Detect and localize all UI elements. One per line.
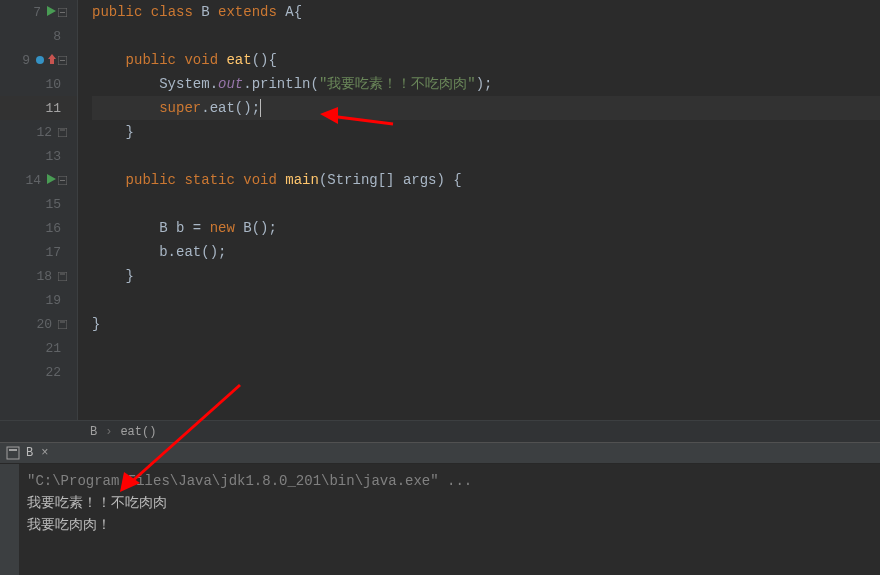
fold-close-icon[interactable]	[58, 272, 67, 281]
code-line[interactable]: b.eat();	[92, 240, 880, 264]
svg-rect-6	[58, 128, 67, 137]
run-panel-header: B ×	[0, 442, 880, 464]
method-name: eat	[226, 52, 251, 68]
brace: }	[126, 124, 134, 140]
code-line[interactable]: public void eat(){	[92, 48, 880, 72]
svg-marker-0	[47, 6, 56, 16]
text-cursor	[260, 99, 261, 117]
svg-rect-13	[58, 320, 67, 329]
line-number: 19	[0, 293, 67, 308]
editor-area: 7 8 9 10 11 12	[0, 0, 880, 420]
console-command: "C:\Program Files\Java\jdk1.8.0_201\bin\…	[27, 470, 870, 492]
line-number: 20	[0, 317, 58, 332]
svg-marker-3	[48, 54, 56, 64]
line-number: 17	[0, 245, 67, 260]
keyword: public	[92, 4, 142, 20]
code-line[interactable]	[92, 288, 880, 312]
code-line[interactable]: public class B extends A{	[92, 0, 880, 24]
field: out	[218, 76, 243, 92]
gutter-row[interactable]: 9	[0, 48, 77, 72]
code-line[interactable]: }	[92, 312, 880, 336]
keyword: class	[151, 4, 193, 20]
fold-close-icon[interactable]	[58, 128, 67, 137]
gutter-row[interactable]: 17	[0, 240, 77, 264]
code-line-current[interactable]: super.eat();	[92, 96, 880, 120]
svg-rect-15	[7, 447, 19, 459]
fold-minus-icon[interactable]	[58, 56, 67, 65]
class-name: B	[201, 4, 209, 20]
run-gutter-icon[interactable]	[47, 5, 56, 20]
gutter-row[interactable]: 20	[0, 312, 77, 336]
class-name: A	[285, 4, 293, 20]
console-line: 我要吃肉肉！	[27, 514, 870, 536]
gutter-row[interactable]: 16	[0, 216, 77, 240]
gutter: 7 8 9 10 11 12	[0, 0, 78, 420]
console-line: 我要吃素！！不吃肉肉	[27, 492, 870, 514]
tokens: B b =	[159, 220, 209, 236]
tokens: .println(	[243, 76, 319, 92]
line-number: 12	[0, 125, 58, 140]
tokens: (String[]	[319, 172, 403, 188]
gutter-row[interactable]: 15	[0, 192, 77, 216]
fold-minus-icon[interactable]	[58, 176, 67, 185]
line-number: 21	[0, 341, 67, 356]
code-line[interactable]: public static void main(String[] args) {	[92, 168, 880, 192]
gutter-row[interactable]: 7	[0, 0, 77, 24]
console-output[interactable]: "C:\Program Files\Java\jdk1.8.0_201\bin\…	[0, 464, 880, 575]
tokens: (){	[252, 52, 277, 68]
gutter-row[interactable]: 8	[0, 24, 77, 48]
keyword: public	[126, 52, 176, 68]
tokens: ) {	[437, 172, 462, 188]
line-number: 14	[0, 173, 47, 188]
gutter-row[interactable]: 12	[0, 120, 77, 144]
breadcrumb-method[interactable]: eat()	[120, 425, 156, 439]
code-line[interactable]	[92, 336, 880, 360]
line-number: 18	[0, 269, 58, 284]
run-tab-label[interactable]: B	[26, 446, 33, 460]
tokens: System.	[159, 76, 218, 92]
line-number: 13	[0, 149, 67, 164]
line-number: 16	[0, 221, 67, 236]
line-number: 22	[0, 365, 67, 380]
line-number: 8	[0, 29, 67, 44]
code-line[interactable]	[92, 192, 880, 216]
fold-close-icon[interactable]	[58, 320, 67, 329]
gutter-row[interactable]: 18	[0, 264, 77, 288]
param: args	[403, 172, 437, 188]
line-number: 11	[0, 101, 67, 116]
svg-rect-16	[9, 449, 17, 451]
gutter-row[interactable]: 14	[0, 168, 77, 192]
line-number: 7	[0, 5, 47, 20]
breadcrumb[interactable]: B › eat()	[0, 420, 880, 442]
vcs-change-icon	[36, 56, 44, 64]
keyword: public	[126, 172, 176, 188]
gutter-row[interactable]: 22	[0, 360, 77, 384]
override-up-icon[interactable]	[48, 53, 56, 68]
code-editor[interactable]: public class B extends A{ public void ea…	[78, 0, 880, 420]
gutter-row[interactable]: 19	[0, 288, 77, 312]
code-line[interactable]: B b = new B();	[92, 216, 880, 240]
line-number: 15	[0, 197, 67, 212]
fold-minus-icon[interactable]	[58, 8, 67, 17]
brace: {	[294, 4, 302, 20]
code-line[interactable]	[92, 144, 880, 168]
gutter-row[interactable]: 13	[0, 144, 77, 168]
code-line[interactable]: }	[92, 264, 880, 288]
keyword: void	[243, 172, 277, 188]
line-number: 10	[0, 77, 67, 92]
code-line[interactable]: System.out.println("我要吃素！！不吃肉肉");	[92, 72, 880, 96]
keyword: static	[184, 172, 234, 188]
tokens: .eat();	[201, 100, 260, 116]
code-line[interactable]	[92, 360, 880, 384]
code-line[interactable]: }	[92, 120, 880, 144]
code-line[interactable]	[92, 24, 880, 48]
breadcrumb-class[interactable]: B	[90, 425, 97, 439]
method-name: main	[285, 172, 319, 188]
svg-marker-8	[47, 174, 56, 184]
close-tab-icon[interactable]: ×	[41, 446, 48, 460]
run-gutter-icon[interactable]	[47, 173, 56, 188]
gutter-row[interactable]: 10	[0, 72, 77, 96]
gutter-row[interactable]: 21	[0, 336, 77, 360]
gutter-row[interactable]: 11	[0, 96, 77, 120]
keyword: extends	[218, 4, 277, 20]
